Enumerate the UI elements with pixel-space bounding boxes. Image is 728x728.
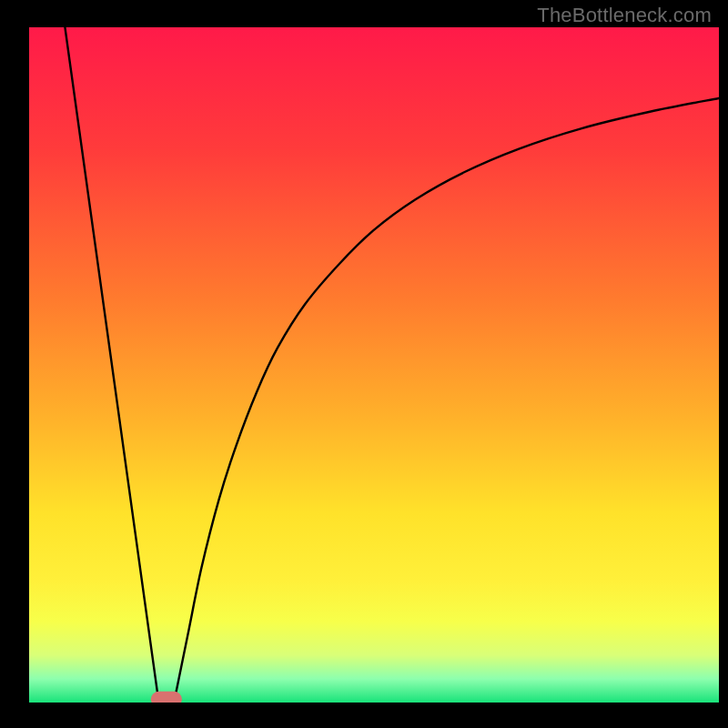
plot-area	[29, 27, 719, 707]
chart-frame: TheBottleneck.com	[0, 0, 728, 728]
gradient-background	[29, 27, 719, 703]
watermark-text: TheBottleneck.com	[537, 4, 712, 27]
bottleneck-chart	[0, 0, 728, 728]
